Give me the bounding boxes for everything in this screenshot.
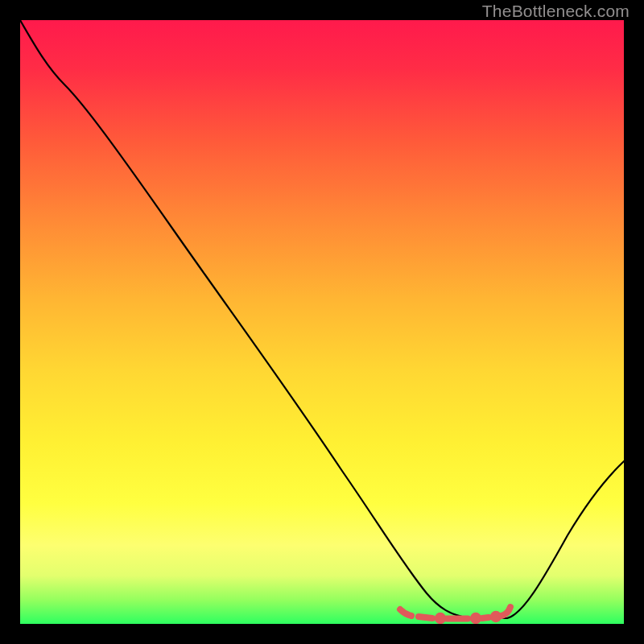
svg-point-1 (438, 616, 443, 621)
bottleneck-curve-path (20, 20, 624, 618)
bottleneck-curve-svg (20, 20, 624, 624)
svg-point-3 (473, 616, 478, 621)
svg-point-5 (493, 614, 498, 619)
chart-frame: TheBottleneck.com (0, 0, 644, 644)
plot-area (20, 20, 624, 624)
watermark-text: TheBottleneck.com (482, 2, 630, 21)
svg-line-4 (482, 617, 489, 618)
svg-line-0 (419, 617, 432, 618)
